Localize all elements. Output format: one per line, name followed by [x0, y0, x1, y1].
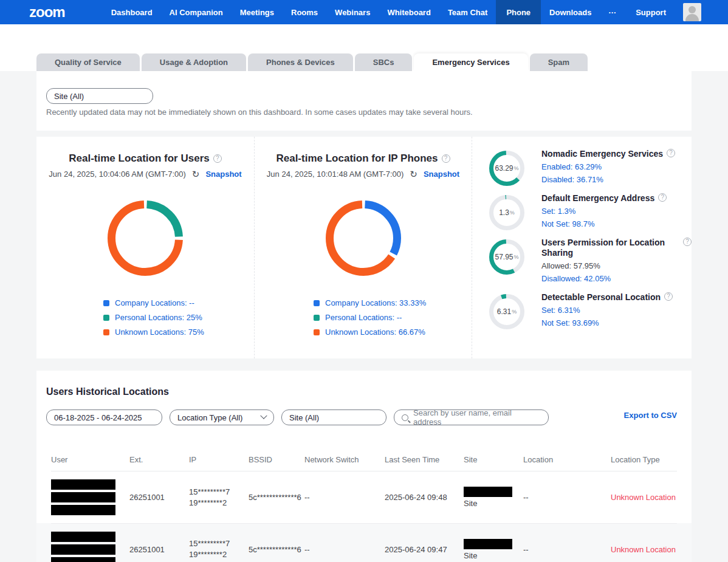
gauge-value: 63.29	[495, 164, 513, 173]
search-icon	[402, 414, 408, 421]
help-icon[interactable]: ?	[664, 292, 673, 301]
zoom-logo[interactable]: zoom	[29, 4, 65, 21]
personal-locations-swatch	[103, 315, 109, 321]
nav-item-dashboard[interactable]: Dashboard	[103, 0, 161, 24]
redacted-site-name	[464, 539, 512, 549]
users-chart-title: Real-time Location for Users	[69, 152, 209, 165]
search-input[interactable]: Search by user name, email address	[394, 410, 549, 425]
site-filter-value: Site (All)	[54, 92, 84, 101]
col-header-bssid[interactable]: BSSID	[249, 455, 304, 464]
table-row[interactable]: 26251001 15*********7 19********2 5c****…	[51, 471, 677, 523]
col-header-location[interactable]: Location	[523, 455, 611, 464]
help-icon[interactable]: ?	[667, 149, 675, 157]
col-header-ip[interactable]: IP	[189, 455, 249, 464]
user-avatar[interactable]	[683, 3, 701, 21]
refresh-icon[interactable]: ↻	[410, 170, 417, 179]
redacted-user-name	[51, 529, 129, 562]
cell-location: --	[523, 493, 611, 502]
nav-more-menu[interactable]: ···	[600, 0, 625, 24]
support-link[interactable]: Support	[636, 8, 666, 17]
history-table: User Ext. IP BSSID Network Switch Last S…	[51, 448, 677, 562]
tab-spam[interactable]: Spam	[530, 53, 588, 71]
data-delay-note: Recently updated data may not be immedia…	[46, 108, 473, 117]
stat-line-allowed: Allowed: 57.95%	[541, 261, 692, 270]
help-icon[interactable]: ?	[658, 193, 667, 202]
stat-line-disallowed[interactable]: Disallowed: 42.05%	[541, 274, 692, 283]
legend-label: Unknown Locations: 75%	[115, 327, 204, 337]
stat-line-set[interactable]: Set: 6.31%	[541, 306, 692, 315]
stat-line-disabled[interactable]: Disabled: 36.71%	[541, 175, 692, 184]
nav-item-ai-companion[interactable]: AI Companion	[161, 0, 232, 24]
site-select[interactable]: Site (All)	[281, 410, 386, 425]
legend-label: Personal Locations: 25%	[115, 313, 202, 322]
cell-ip: 15*********7 19********2	[189, 487, 249, 509]
legend-item: Company Locations: --	[103, 298, 204, 307]
ip-phones-snapshot-link[interactable]: Snapshot	[424, 170, 459, 179]
stat-line-not-set[interactable]: Not Set: 93.69%	[541, 318, 692, 327]
cell-bssid: 5c*************6	[249, 545, 304, 554]
col-header-user[interactable]: User	[51, 455, 129, 464]
tab-usage-adoption[interactable]: Usage & Adoption	[142, 53, 246, 71]
gauge-value: 57.95	[495, 253, 513, 261]
col-header-location-type[interactable]: Location Type	[611, 455, 677, 464]
cell-network-switch: --	[304, 493, 385, 502]
legend-label: Company Locations: --	[115, 298, 194, 307]
stat-title: Default Emergency Address	[541, 193, 654, 204]
gauge-unit: %	[512, 309, 517, 315]
legend-item: Personal Locations: --	[314, 313, 426, 322]
export-to-csv-link[interactable]: Export to CSV	[624, 411, 677, 420]
site-filter-select[interactable]: Site (All)	[46, 88, 153, 104]
tab-sbcs[interactable]: SBCs	[355, 53, 413, 71]
col-header-ext[interactable]: Ext.	[129, 455, 189, 464]
stat-line-set[interactable]: Set: 1.3%	[541, 207, 692, 216]
cell-site: Site	[464, 487, 523, 508]
nav-item-downloads[interactable]: Downloads	[541, 0, 600, 24]
cell-location-type: Unknown Location	[611, 545, 677, 554]
legend-item: Unknown Locations: 66.67%	[314, 327, 426, 337]
refresh-icon[interactable]: ↻	[192, 170, 200, 179]
cell-ext: 26251001	[129, 545, 189, 554]
nav-item-rooms[interactable]: Rooms	[283, 0, 326, 24]
nav-item-meetings[interactable]: Meetings	[232, 0, 283, 24]
realtime-charts-card: Real-time Location for Users ? Jun 24, 2…	[36, 137, 692, 358]
stat-line-enabled[interactable]: Enabled: 63.29%	[541, 162, 692, 171]
cell-ext: 26251001	[129, 493, 189, 502]
tab-emergency-services[interactable]: Emergency Services	[414, 53, 527, 71]
users-chart-timestamp: Jun 24, 2025, 10:04:06 AM (GMT-7:00)	[49, 170, 185, 179]
site-select-value: Site (All)	[289, 413, 319, 422]
help-icon[interactable]: ?	[442, 154, 450, 163]
tab-phones-devices[interactable]: Phones & Devices	[248, 53, 353, 71]
cell-location: --	[523, 545, 611, 554]
nav-item-whiteboard[interactable]: Whiteboard	[379, 0, 439, 24]
nav-item-webinars[interactable]: Webinars	[326, 0, 379, 24]
cell-location-type: Unknown Location	[611, 493, 677, 502]
page: zoom Dashboard AI Companion Meetings Roo…	[0, 0, 728, 562]
users-historical-locations-card: Users Historical Locations 06-18-2025 - …	[36, 371, 692, 562]
stat-title: Nomadic Emergency Services	[541, 149, 663, 159]
users-location-panel: Real-time Location for Users ? Jun 24, 2…	[36, 137, 254, 358]
nav-item-team-chat[interactable]: Team Chat	[439, 0, 496, 24]
col-header-network-switch[interactable]: Network Switch	[304, 455, 385, 464]
redacted-user-name	[51, 477, 129, 518]
stat-line-not-set[interactable]: Not Set: 98.7%	[541, 219, 692, 228]
col-header-last-seen-time[interactable]: Last Seen Time	[385, 455, 464, 464]
gauge-value: 6.31	[497, 307, 511, 316]
help-icon[interactable]: ?	[213, 154, 222, 163]
top-nav: zoom Dashboard AI Companion Meetings Roo…	[0, 0, 728, 24]
date-range-value: 06-18-2025 - 06-24-2025	[54, 413, 142, 422]
location-type-select[interactable]: Location Type (All)	[170, 410, 274, 425]
history-filters: 06-18-2025 - 06-24-2025 Location Type (A…	[46, 410, 549, 425]
stat-nomadic-emergency-services: 63.29% Nomadic Emergency Services ? Enab…	[489, 149, 692, 188]
nav-menu: Dashboard AI Companion Meetings Rooms We…	[103, 0, 625, 24]
nav-item-phone[interactable]: Phone	[496, 0, 541, 24]
date-range-picker[interactable]: 06-18-2025 - 06-24-2025	[46, 410, 162, 425]
users-snapshot-link[interactable]: Snapshot	[205, 170, 241, 179]
unknown-locations-swatch	[103, 329, 109, 335]
tab-quality-of-service[interactable]: Quality of Service	[36, 53, 140, 71]
cell-bssid: 5c*************6	[249, 493, 304, 502]
help-icon[interactable]: ?	[683, 238, 692, 246]
ip-phones-location-panel: Real-time Location for IP Phones ? Jun 2…	[254, 137, 472, 358]
table-row[interactable]: 26251001 15*********7 19********2 5c****…	[51, 523, 677, 562]
col-header-site[interactable]: Site	[464, 455, 523, 464]
users-location-donut-chart	[108, 200, 183, 276]
